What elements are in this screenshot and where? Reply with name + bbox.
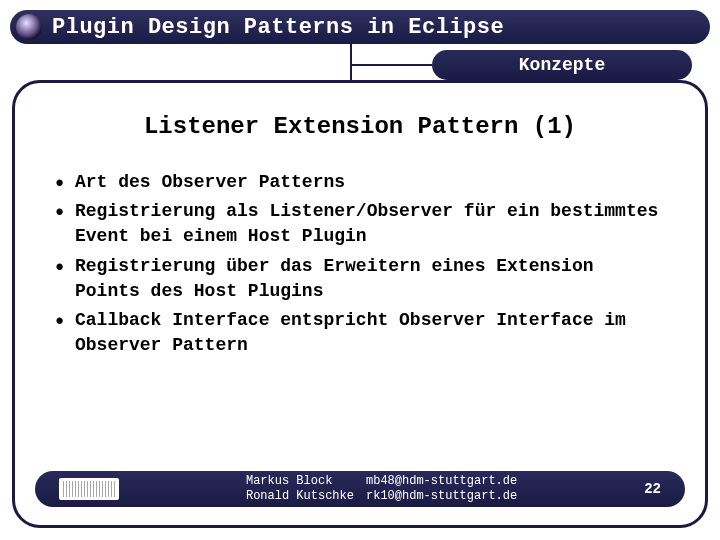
- svg-rect-0: [415, 370, 695, 410]
- svg-rect-12: [498, 425, 523, 450]
- bullet-item: Art des Observer Patterns: [53, 170, 667, 195]
- header-title: Plugin Design Patterns in Eclipse: [52, 15, 504, 40]
- content-frame: Listener Extension Pattern (1) Art des O…: [12, 80, 708, 528]
- svg-rect-6: [547, 442, 563, 462]
- connector-line: [350, 44, 352, 80]
- author1-name: Markus Block: [246, 474, 354, 489]
- svg-rect-1: [415, 355, 423, 425]
- bullet-list: Art des Observer Patterns Registrierung …: [53, 170, 667, 358]
- author2-email: rk10@hdm-stuttgart.de: [366, 489, 517, 504]
- svg-rect-7: [483, 382, 503, 398]
- bullet-item: Registrierung über das Erweitern eines E…: [53, 254, 667, 304]
- bullet-item: Callback Interface entspricht Observer I…: [53, 308, 667, 358]
- connector-line: [350, 64, 432, 66]
- slide-title: Listener Extension Pattern (1): [53, 113, 667, 140]
- section-badge: Konzepte: [432, 50, 692, 80]
- svg-point-3: [510, 345, 600, 435]
- svg-point-13: [541, 376, 569, 404]
- svg-rect-11: [586, 425, 611, 450]
- footer-logo: [59, 478, 119, 500]
- author2-name: Ronald Kutschke: [246, 489, 354, 504]
- footer-authors: Markus Block mb48@hdm-stuttgart.de Ronal…: [246, 474, 517, 504]
- svg-rect-8: [607, 382, 627, 398]
- eclipse-icon: [16, 14, 42, 40]
- page-number: 22: [644, 481, 661, 497]
- bullet-item: Registrierung als Listener/Observer für …: [53, 199, 667, 249]
- svg-rect-2: [687, 355, 695, 425]
- header-bar: Plugin Design Patterns in Eclipse: [10, 10, 710, 44]
- footer-bar: Markus Block mb48@hdm-stuttgart.de Ronal…: [35, 471, 685, 507]
- author1-email: mb48@hdm-stuttgart.de: [366, 474, 517, 489]
